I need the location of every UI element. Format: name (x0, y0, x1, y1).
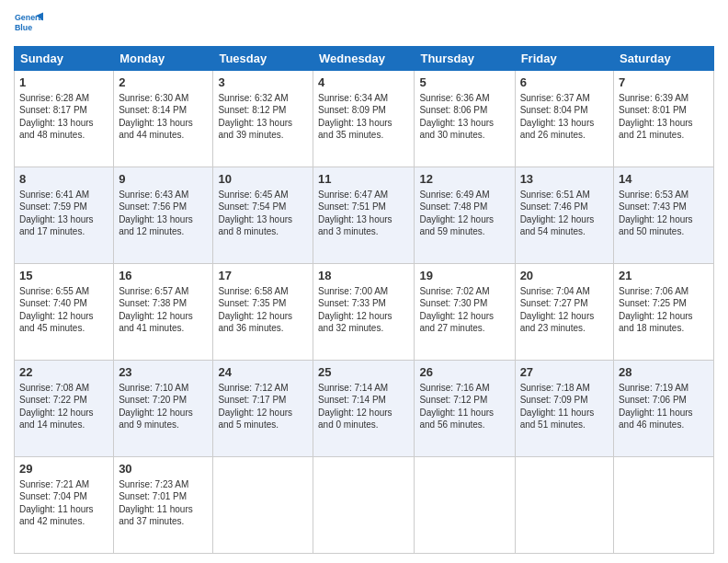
col-header-sunday: Sunday (15, 47, 114, 71)
sunrise-label: Sunrise: 6:57 AM (119, 286, 188, 296)
calendar-cell: 22Sunrise: 7:08 AMSunset: 7:22 PMDayligh… (15, 361, 114, 457)
sunset-label: Sunset: 7:43 PM (619, 201, 687, 212)
daylight-label: Daylight: 12 hours and 59 minutes. (419, 214, 494, 237)
daylight-label: Daylight: 11 hours and 42 minutes. (19, 504, 94, 527)
day-number: 4 (318, 75, 409, 91)
sunset-label: Sunset: 7:20 PM (119, 395, 187, 405)
sunrise-label: Sunrise: 7:14 AM (318, 383, 388, 393)
sunrise-label: Sunrise: 7:04 AM (520, 286, 590, 296)
calendar-cell (313, 457, 415, 554)
calendar-cell: 27Sunrise: 7:18 AMSunset: 7:09 PMDayligh… (515, 361, 613, 457)
day-number: 27 (520, 364, 609, 381)
calendar-cell: 11Sunrise: 6:47 AMSunset: 7:51 PMDayligh… (313, 167, 415, 264)
day-number: 7 (619, 75, 709, 91)
daylight-label: Daylight: 12 hours and 32 minutes. (318, 311, 392, 334)
calendar-cell: 7Sunrise: 6:39 AMSunset: 8:01 PMDaylight… (614, 71, 714, 167)
daylight-label: Daylight: 13 hours and 8 minutes. (218, 214, 292, 237)
sunrise-label: Sunrise: 7:18 AM (520, 383, 590, 393)
daylight-label: Daylight: 12 hours and 5 minutes. (218, 408, 292, 431)
sunset-label: Sunset: 7:54 PM (218, 201, 286, 212)
calendar-cell: 8Sunrise: 6:41 AMSunset: 7:59 PMDaylight… (15, 167, 114, 264)
day-number: 12 (419, 171, 509, 188)
daylight-label: Daylight: 13 hours and 35 minutes. (318, 118, 392, 141)
sunset-label: Sunset: 7:25 PM (619, 298, 687, 308)
sunset-label: Sunset: 7:56 PM (119, 201, 187, 212)
calendar-cell (515, 457, 613, 554)
daylight-label: Daylight: 12 hours and 36 minutes. (218, 311, 292, 334)
calendar-cell: 20Sunrise: 7:04 AMSunset: 7:27 PMDayligh… (515, 264, 613, 361)
sunrise-label: Sunrise: 6:36 AM (419, 93, 489, 103)
sunrise-label: Sunrise: 6:30 AM (119, 93, 188, 103)
day-number: 23 (119, 364, 208, 381)
day-number: 13 (520, 171, 609, 188)
sunset-label: Sunset: 7:40 PM (19, 298, 87, 308)
logo: General Blue (14, 9, 43, 39)
sunset-label: Sunset: 7:14 PM (318, 395, 386, 405)
daylight-label: Daylight: 11 hours and 56 minutes. (419, 408, 494, 431)
day-number: 8 (19, 171, 108, 188)
calendar-cell (614, 457, 714, 554)
calendar-cell: 30Sunrise: 7:23 AMSunset: 7:01 PMDayligh… (114, 457, 213, 554)
calendar-cell: 23Sunrise: 7:10 AMSunset: 7:20 PMDayligh… (114, 361, 213, 457)
daylight-label: Daylight: 12 hours and 41 minutes. (119, 311, 193, 334)
daylight-label: Daylight: 12 hours and 54 minutes. (520, 214, 595, 237)
day-number: 1 (19, 75, 108, 91)
calendar-cell: 1Sunrise: 6:28 AMSunset: 8:17 PMDaylight… (15, 71, 114, 167)
calendar-cell: 15Sunrise: 6:55 AMSunset: 7:40 PMDayligh… (15, 264, 114, 361)
calendar-cell: 9Sunrise: 6:43 AMSunset: 7:56 PMDaylight… (114, 167, 213, 264)
sunrise-label: Sunrise: 7:02 AM (419, 286, 489, 296)
sunrise-label: Sunrise: 7:00 AM (318, 286, 388, 296)
svg-text:Blue: Blue (15, 23, 32, 32)
sunset-label: Sunset: 7:33 PM (318, 298, 386, 308)
sunrise-label: Sunrise: 6:49 AM (419, 190, 489, 200)
calendar-cell: 16Sunrise: 6:57 AMSunset: 7:38 PMDayligh… (114, 264, 213, 361)
daylight-label: Daylight: 13 hours and 3 minutes. (318, 214, 392, 237)
sunset-label: Sunset: 7:22 PM (19, 395, 87, 405)
daylight-label: Daylight: 11 hours and 46 minutes. (619, 408, 693, 431)
calendar-cell: 17Sunrise: 6:58 AMSunset: 7:35 PMDayligh… (213, 264, 313, 361)
calendar-cell: 2Sunrise: 6:30 AMSunset: 8:14 PMDaylight… (114, 71, 213, 167)
day-number: 16 (119, 268, 208, 284)
sunrise-label: Sunrise: 7:19 AM (619, 383, 688, 393)
sunrise-label: Sunrise: 6:32 AM (218, 93, 288, 103)
sunrise-label: Sunrise: 6:53 AM (619, 190, 688, 200)
calendar-week-4: 22Sunrise: 7:08 AMSunset: 7:22 PMDayligh… (15, 361, 714, 457)
sunrise-label: Sunrise: 7:16 AM (419, 383, 489, 393)
day-number: 10 (218, 171, 308, 188)
daylight-label: Daylight: 11 hours and 51 minutes. (520, 408, 595, 431)
sunset-label: Sunset: 7:51 PM (318, 201, 386, 212)
daylight-label: Daylight: 11 hours and 37 minutes. (119, 504, 193, 527)
sunrise-label: Sunrise: 7:10 AM (119, 383, 188, 393)
day-number: 5 (419, 75, 509, 91)
calendar-cell: 12Sunrise: 6:49 AMSunset: 7:48 PMDayligh… (415, 167, 515, 264)
logo-icon: General Blue (14, 9, 43, 39)
calendar-cell: 29Sunrise: 7:21 AMSunset: 7:04 PMDayligh… (15, 457, 114, 554)
day-number: 20 (520, 268, 609, 284)
sunset-label: Sunset: 7:04 PM (19, 491, 87, 501)
daylight-label: Daylight: 13 hours and 48 minutes. (19, 118, 94, 141)
day-number: 14 (619, 171, 709, 188)
calendar-week-5: 29Sunrise: 7:21 AMSunset: 7:04 PMDayligh… (15, 457, 714, 554)
sunset-label: Sunset: 8:01 PM (619, 105, 687, 115)
sunset-label: Sunset: 8:06 PM (419, 105, 487, 115)
day-number: 25 (318, 364, 409, 381)
calendar-cell: 10Sunrise: 6:45 AMSunset: 7:54 PMDayligh… (213, 167, 313, 264)
sunrise-label: Sunrise: 7:23 AM (119, 479, 188, 489)
sunset-label: Sunset: 7:35 PM (218, 298, 286, 308)
sunset-label: Sunset: 8:09 PM (318, 105, 386, 115)
col-header-saturday: Saturday (614, 47, 714, 71)
sunrise-label: Sunrise: 6:34 AM (318, 93, 388, 103)
daylight-label: Daylight: 12 hours and 9 minutes. (119, 408, 193, 431)
sunset-label: Sunset: 7:12 PM (419, 395, 487, 405)
calendar-cell: 6Sunrise: 6:37 AMSunset: 8:04 PMDaylight… (515, 71, 613, 167)
day-number: 18 (318, 268, 409, 284)
day-number: 19 (419, 268, 509, 284)
day-number: 15 (19, 268, 108, 284)
calendar-cell: 13Sunrise: 6:51 AMSunset: 7:46 PMDayligh… (515, 167, 613, 264)
sunrise-label: Sunrise: 7:06 AM (619, 286, 688, 296)
calendar-week-1: 1Sunrise: 6:28 AMSunset: 8:17 PMDaylight… (15, 71, 714, 167)
calendar-cell: 5Sunrise: 6:36 AMSunset: 8:06 PMDaylight… (415, 71, 515, 167)
sunset-label: Sunset: 8:12 PM (218, 105, 286, 115)
sunset-label: Sunset: 7:59 PM (19, 201, 87, 212)
daylight-label: Daylight: 12 hours and 50 minutes. (619, 214, 693, 237)
